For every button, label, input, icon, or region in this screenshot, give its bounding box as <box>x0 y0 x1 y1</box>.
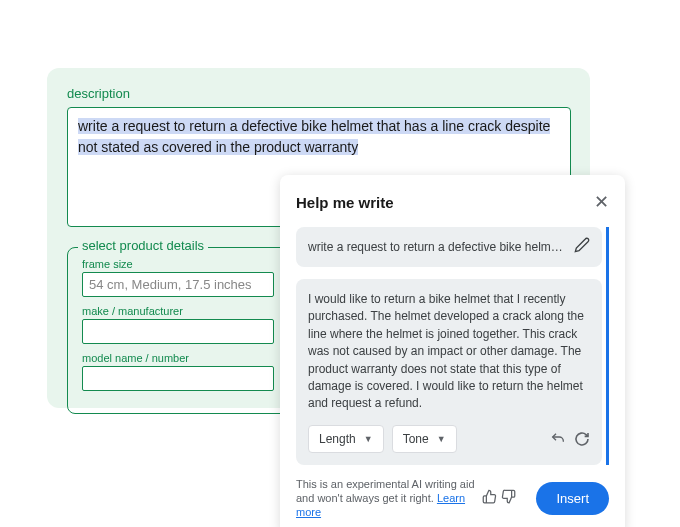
model-label: model name / number <box>82 352 274 364</box>
popup-body: write a request to return a defective bi… <box>296 227 609 465</box>
undo-icon[interactable] <box>550 431 566 447</box>
make-label: make / manufacturer <box>82 305 274 317</box>
tone-label: Tone <box>403 432 429 446</box>
description-label: description <box>67 86 570 101</box>
help-me-write-popup: Help me write ✕ write a request to retur… <box>280 175 625 527</box>
insert-button[interactable]: Insert <box>536 482 609 515</box>
length-label: Length <box>319 432 356 446</box>
frame-size-input[interactable] <box>82 272 274 297</box>
thumbs-up-icon[interactable] <box>482 489 497 508</box>
feedback-icons <box>482 489 516 508</box>
close-icon[interactable]: ✕ <box>594 191 609 213</box>
product-details-section: select product details frame size make /… <box>67 247 289 414</box>
popup-title: Help me write <box>296 194 394 211</box>
frame-size-field: frame size <box>82 258 274 297</box>
result-box: I would like to return a bike helmet tha… <box>296 279 602 465</box>
make-field: make / manufacturer <box>82 305 274 344</box>
length-dropdown[interactable]: Length ▼ <box>308 425 384 453</box>
popup-footer: This is an experimental AI writing aid a… <box>296 477 609 520</box>
prompt-box[interactable]: write a request to return a defective bi… <box>296 227 602 267</box>
frame-size-label: frame size <box>82 258 274 270</box>
prompt-text: write a request to return a defective bi… <box>308 240 566 254</box>
refresh-icon[interactable] <box>574 431 590 447</box>
model-field: model name / number <box>82 352 274 391</box>
chevron-down-icon: ▼ <box>364 434 373 444</box>
chevron-down-icon: ▼ <box>437 434 446 444</box>
make-input[interactable] <box>82 319 274 344</box>
footer-text: This is an experimental AI writing aid a… <box>296 477 476 520</box>
model-input[interactable] <box>82 366 274 391</box>
footer-left: This is an experimental AI writing aid a… <box>296 477 516 520</box>
popup-header: Help me write ✕ <box>296 191 609 213</box>
tone-dropdown[interactable]: Tone ▼ <box>392 425 457 453</box>
result-text: I would like to return a bike helmet tha… <box>308 291 590 413</box>
thumbs-down-icon[interactable] <box>501 489 516 508</box>
controls-row: Length ▼ Tone ▼ <box>308 425 590 453</box>
product-details-legend: select product details <box>78 238 208 253</box>
description-text: write a request to return a defective bi… <box>78 116 560 158</box>
edit-icon[interactable] <box>574 237 590 257</box>
